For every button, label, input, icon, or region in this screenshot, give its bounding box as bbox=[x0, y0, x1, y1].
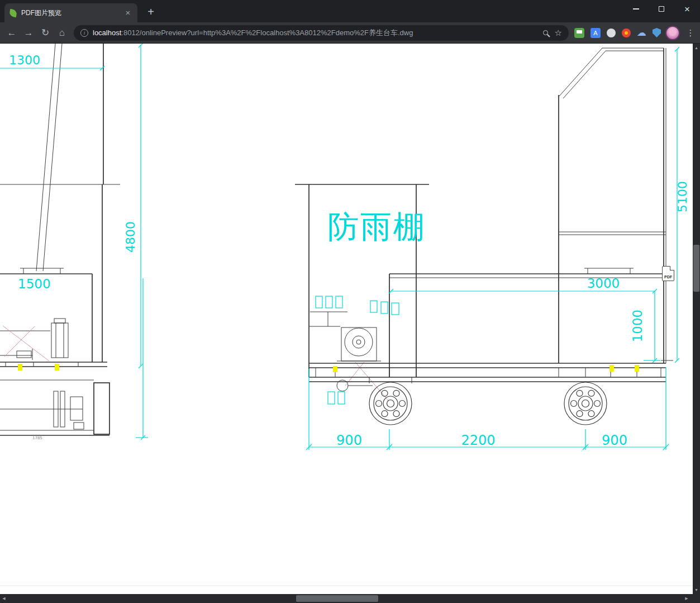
browser-toolbar: ← → ↻ ⌂ i localhost:8012/onlinePreview?u… bbox=[0, 22, 700, 44]
rear-wheel bbox=[564, 382, 607, 425]
url-text[interactable]: localhost:8012/onlinePreview?url=http%3A… bbox=[93, 28, 539, 38]
close-button[interactable]: × bbox=[674, 0, 700, 18]
green-extension-icon[interactable] bbox=[574, 28, 584, 38]
cad-drawing: 1300 4800 1500 1785 防雨棚 bbox=[0, 44, 693, 594]
dim-900-left: 900 bbox=[336, 433, 362, 448]
zoom-icon[interactable] bbox=[543, 30, 548, 35]
address-bar[interactable]: i localhost:8012/onlinePreview?url=http%… bbox=[74, 25, 569, 41]
minimize-button[interactable] bbox=[623, 0, 649, 18]
dim-1785: 1785 bbox=[32, 436, 42, 440]
forward-button[interactable]: → bbox=[20, 25, 37, 41]
browser-menu-icon[interactable]: ⋮ bbox=[684, 28, 697, 38]
spring-leaf-favicon bbox=[9, 8, 17, 17]
side-elevation-view: 防雨棚 bbox=[295, 184, 429, 404]
trolley-deck bbox=[309, 363, 666, 382]
dim-1300: 1300 bbox=[9, 53, 40, 67]
dim-5100: 5100 bbox=[675, 181, 689, 212]
wheelbase-dimensions: 900 2200 900 bbox=[306, 367, 669, 450]
dim-900-right: 900 bbox=[602, 433, 627, 448]
tab-close-icon[interactable]: × bbox=[123, 8, 132, 17]
dim-3000: 3000 bbox=[587, 276, 620, 291]
tab-title: PDF图片预览 bbox=[21, 8, 119, 18]
reload-button[interactable]: ↻ bbox=[37, 25, 54, 41]
scroll-up-icon[interactable]: ▲ bbox=[693, 46, 700, 50]
bookmark-star-icon[interactable]: ☆ bbox=[555, 28, 562, 38]
dim-1500: 1500 bbox=[18, 277, 51, 291]
shield-extension-icon[interactable] bbox=[653, 28, 661, 37]
front-wheel bbox=[369, 382, 412, 425]
pdf-file-icon[interactable]: PDF bbox=[662, 266, 674, 281]
dim-1000: 1000 bbox=[630, 310, 645, 343]
horizontal-scrollbar-thumb[interactable] bbox=[296, 595, 378, 602]
browser-tab[interactable]: PDF图片预览 × bbox=[4, 3, 137, 22]
shelter-label: 防雨棚 bbox=[327, 208, 426, 245]
window-controls: × bbox=[623, 0, 700, 18]
translate-extension-icon[interactable]: A bbox=[591, 28, 601, 38]
dim-2200: 2200 bbox=[461, 433, 495, 448]
maximize-icon bbox=[659, 6, 664, 12]
back-button[interactable]: ← bbox=[3, 25, 20, 41]
page-content: 1300 4800 1500 1785 防雨棚 bbox=[0, 44, 693, 594]
url-host: localhost bbox=[93, 29, 121, 37]
highlight-mark bbox=[609, 365, 614, 372]
new-tab-button[interactable]: + bbox=[143, 4, 159, 20]
profile-avatar[interactable] bbox=[665, 26, 680, 40]
highlight-mark bbox=[18, 364, 22, 371]
site-info-icon[interactable]: i bbox=[80, 29, 88, 37]
drive-motor bbox=[337, 327, 381, 361]
horizontal-scrollbar[interactable]: ◀ ▶ bbox=[0, 594, 700, 603]
vertical-scrollbar-thumb[interactable] bbox=[693, 245, 699, 292]
maximize-button[interactable] bbox=[649, 0, 674, 18]
url-path: :8012/onlinePreview?url=http%3A%2F%2Floc… bbox=[121, 29, 413, 37]
tab-strip: PDF图片预览 × + × bbox=[0, 0, 700, 22]
scroll-left-icon[interactable]: ◀ bbox=[0, 594, 8, 603]
home-button[interactable]: ⌂ bbox=[54, 25, 70, 41]
extensions-row: A ☁ bbox=[574, 28, 661, 38]
circle-extension-icon[interactable] bbox=[607, 29, 616, 37]
rear-frame-view: 3000 1000 5100 bbox=[389, 47, 689, 377]
scroll-down-icon[interactable]: ▼ bbox=[693, 588, 700, 592]
highlight-mark bbox=[635, 365, 639, 372]
cloud-extension-icon[interactable]: ☁ bbox=[637, 28, 646, 37]
highlight-mark bbox=[333, 366, 337, 372]
red-extension-icon[interactable] bbox=[622, 29, 631, 37]
minimize-icon bbox=[633, 8, 639, 10]
highlight-mark bbox=[55, 364, 59, 371]
scroll-right-icon[interactable]: ▶ bbox=[683, 594, 691, 603]
dim-4800: 4800 bbox=[123, 221, 137, 253]
vertical-scrollbar[interactable]: ▲ ▼ bbox=[693, 44, 700, 594]
left-elevation-view: 1300 4800 1500 1785 bbox=[0, 44, 148, 440]
